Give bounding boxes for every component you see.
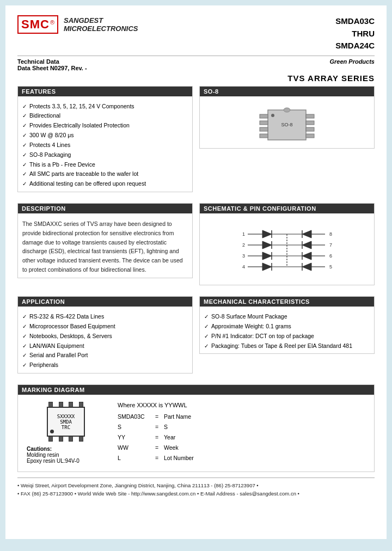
feature-item: Bidirectional [22, 111, 188, 121]
feature-item: Protects 4 Lines [22, 140, 188, 150]
svg-rect-6 [306, 121, 314, 125]
schematic-header: SCHEMATIC & PIN CONFIGURATION [200, 204, 374, 213]
pin [69, 436, 73, 442]
svg-marker-33 [262, 241, 272, 249]
features-col: FEATURES Protects 3.3, 5, 12, 15, 24 V C… [17, 86, 193, 198]
mech-item: Approximate Weight: 0.1 grams [204, 322, 370, 332]
svg-marker-35 [302, 241, 311, 249]
chip-line1: SXXXXX [57, 414, 75, 419]
mech-item: Packaging: Tubes or Tape & Reel per EIA … [204, 341, 370, 351]
mechanical-box: MECHANICAL CHARACTERISTICS SO-8 Surface … [199, 296, 375, 354]
feature-item: Additional testing can be offered upon r… [22, 179, 188, 189]
application-list: RS-232 & RS-422 Data Lines Microprocesso… [18, 309, 192, 373]
application-box: APPLICATION RS-232 & RS-422 Data Lines M… [17, 296, 193, 374]
schematic-svg: 1 2 3 4 8 7 6 5 [238, 221, 336, 280]
marking-left: SXXXXX SMDA TRC Cautions: Molding resin [22, 402, 109, 467]
ic-package-svg: SO-8 [254, 99, 320, 148]
footer-line2: • FAX (86) 25-87123900 • World Wide Web … [17, 489, 375, 498]
svg-rect-5 [306, 114, 314, 118]
marking-chip: SXXXXX SMDA TRC [22, 402, 109, 442]
where-text: Where XXXXX is YYWWL [118, 402, 370, 408]
svg-text:4: 4 [242, 264, 245, 270]
desc-schematic-row: DESCRIPTION The SMDAXXC series of TVS ar… [17, 203, 375, 291]
application-header: APPLICATION [18, 297, 192, 307]
description-text: The SMDAXXC series of TVS array have bee… [18, 216, 192, 278]
app-item: Microprocessor Based Equipment [22, 322, 188, 332]
svg-text:6: 6 [329, 253, 332, 259]
company-name: SANGDEST MICROELECTRONICS [64, 16, 138, 33]
so8-image: SO-8 [200, 99, 374, 148]
svg-rect-4 [260, 134, 268, 138]
page: SMC ® SANGDEST MICROELECTRONICS SMDA03C … [5, 5, 387, 539]
svg-marker-45 [302, 263, 311, 271]
marking-header: MARKING DIAGRAM [18, 385, 374, 395]
svg-rect-2 [260, 121, 268, 125]
chip-line2: SMDA [60, 419, 72, 425]
cautions: Cautions: Molding resin Epoxy resin UL:9… [22, 446, 109, 467]
features-so8-row: FEATURES Protects 3.3, 5, 12, 15, 24 V C… [17, 86, 375, 198]
svg-rect-7 [306, 127, 314, 131]
svg-marker-28 [262, 230, 272, 238]
so8-box: SO-8 [199, 86, 375, 149]
tech-data-left: Technical Data Data Sheet N0297, Rev. - [17, 58, 87, 71]
app-item: LAN/WAN Equipment [22, 341, 188, 351]
caution-2: Epoxy resin UL:94V-0 [27, 458, 105, 464]
feature-item: Protects 3.3, 5, 12, 15, 24 V Components [22, 102, 188, 112]
marking-content: SXXXXX SMDA TRC Cautions: Molding resin [18, 397, 374, 472]
caution-1: Molding resin [27, 452, 105, 458]
company-line2: MICROELECTRONICS [64, 25, 138, 33]
feature-item: This is a Pb - Free Device [22, 160, 188, 170]
svg-marker-30 [302, 230, 311, 238]
feature-item: Provides Electrically Isolated Protectio… [22, 121, 188, 131]
header: SMC ® SANGDEST MICROELECTRONICS SMDA03C … [17, 15, 375, 52]
feature-item: All SMC parts are traceable to the wafer… [22, 169, 188, 179]
svg-rect-8 [306, 134, 314, 138]
table-row: WW = Week [118, 443, 370, 453]
logo-registered: ® [50, 19, 54, 26]
series-title: TVS ARRAY SERIES [17, 74, 375, 83]
mech-item: SO-8 Surface Mount Package [204, 312, 370, 322]
table-row: L = Lot Number [118, 453, 370, 463]
table-row: SMDA03C = Part Name [118, 412, 370, 422]
company-line1: SANGDEST [64, 16, 138, 25]
app-mech-row: APPLICATION RS-232 & RS-422 Data Lines M… [17, 296, 375, 379]
schematic-box: SCHEMATIC & PIN CONFIGURATION 1 2 3 4 8 … [199, 203, 375, 285]
feature-item: SO-8 Packaging [22, 150, 188, 160]
app-item: RS-232 & RS-422 Data Lines [22, 312, 188, 322]
svg-point-10 [271, 114, 274, 117]
so8-col: SO-8 [199, 86, 375, 198]
logo-area: SMC ® SANGDEST MICROELECTRONICS [17, 15, 138, 34]
app-item: Serial and Parallel Port [22, 351, 188, 360]
tech-data-row: Technical Data Data Sheet N0297, Rev. - … [17, 56, 375, 71]
description-box: DESCRIPTION The SMDAXXC series of TVS ar… [17, 203, 193, 278]
mechanical-header: MECHANICAL CHARACTERISTICS [200, 297, 374, 307]
part-number: SMDA03C THRU SMDA24C [335, 15, 375, 52]
svg-marker-43 [262, 263, 272, 271]
pin [79, 436, 83, 442]
marking-box: MARKING DIAGRAM SXXXXX SMDA TRC [17, 384, 375, 472]
table-row: YY = Year [118, 432, 370, 443]
footer: • Weiqi Street, Airport Development Zone… [17, 477, 375, 498]
svg-rect-3 [260, 127, 268, 131]
svg-text:7: 7 [329, 242, 332, 248]
so8-header: SO-8 [200, 87, 374, 96]
green-products: Green Products [329, 58, 375, 71]
schematic-image: 1 2 3 4 8 7 6 5 [200, 216, 374, 285]
mechanical-col: MECHANICAL CHARACTERISTICS SO-8 Surface … [199, 296, 375, 379]
chip-body: SXXXXX SMDA TRC [47, 407, 85, 437]
description-col: DESCRIPTION The SMDAXXC series of TVS ar… [17, 203, 193, 291]
marking-right: Where XXXXX is YYWWL SMDA03C = Part Name… [118, 402, 370, 467]
chip-pins-bottom [46, 436, 86, 442]
svg-marker-40 [302, 252, 311, 260]
table-row: S = S [118, 422, 370, 432]
features-box: FEATURES Protects 3.3, 5, 12, 15, 24 V C… [17, 86, 193, 193]
schematic-col: SCHEMATIC & PIN CONFIGURATION 1 2 3 4 8 … [199, 203, 375, 291]
logo-box: SMC ® [17, 15, 58, 34]
svg-text:1: 1 [242, 231, 245, 237]
features-list: Protects 3.3, 5, 12, 15, 24 V Components… [18, 99, 192, 192]
svg-rect-1 [260, 114, 268, 118]
description-header: DESCRIPTION [18, 204, 192, 213]
feature-item: 300 W @ 8/20 μs [22, 131, 188, 140]
pin [59, 436, 63, 442]
application-col: APPLICATION RS-232 & RS-422 Data Lines M… [17, 296, 193, 379]
